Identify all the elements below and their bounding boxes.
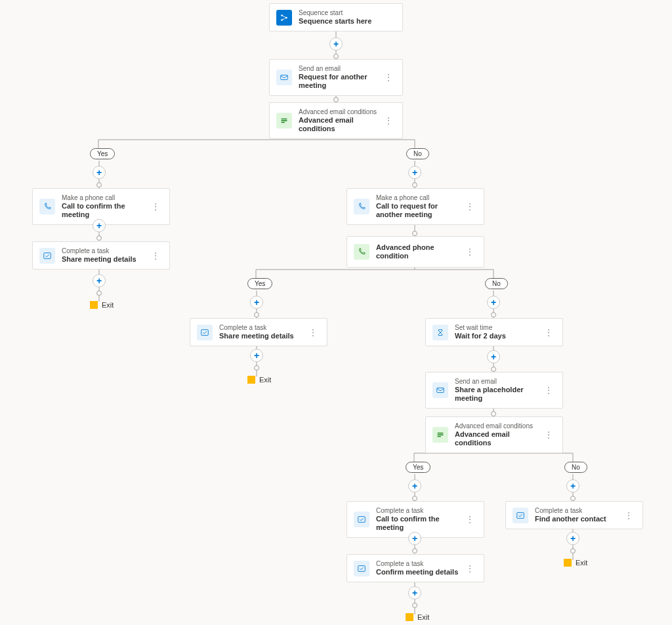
more-button[interactable]: ⋮ <box>621 510 636 521</box>
node-task-confirm-details[interactable]: Complete a taskConfirm meeting details ⋮ <box>346 554 484 582</box>
node-phone-condition[interactable]: Advanced phone condition ⋮ <box>346 236 484 268</box>
condition-icon <box>276 113 292 129</box>
branch-no[interactable]: No <box>406 148 429 159</box>
node-email-placeholder[interactable]: Send an emailShare a placeholder meeting… <box>425 372 563 409</box>
node-title: Wait for 2 days <box>455 332 541 340</box>
condition-icon <box>432 427 448 443</box>
exit-marker: Exit <box>406 613 429 621</box>
add-step-button[interactable]: + <box>329 37 343 50</box>
more-button[interactable]: ⋮ <box>381 72 396 83</box>
node-task-share-2[interactable]: Complete a taskShare meeting details ⋮ <box>190 318 327 346</box>
node-title: Sequence starts here <box>299 17 396 26</box>
node-subtitle: Send an email <box>455 378 541 386</box>
exit-flag-icon <box>90 301 98 309</box>
node-subtitle: Complete a task <box>62 247 148 255</box>
connector-dot <box>412 603 417 608</box>
exit-label: Exit <box>576 559 587 567</box>
more-button[interactable]: ⋮ <box>148 251 163 261</box>
connector-dot <box>491 312 496 317</box>
more-button[interactable]: ⋮ <box>541 430 556 440</box>
node-email-conditions-2[interactable]: Advanced email conditionsAdvanced email … <box>425 416 563 453</box>
exit-marker: Exit <box>90 301 114 309</box>
add-step-button[interactable]: + <box>250 349 263 362</box>
node-task-find-contact[interactable]: Complete a taskFind another contact ⋮ <box>505 501 643 529</box>
flow-canvas: Sequence startSequence starts here + Sen… <box>0 0 672 625</box>
more-button[interactable]: ⋮ <box>541 385 556 395</box>
branch-yes[interactable]: Yes <box>406 462 430 473</box>
connector-dot <box>491 367 496 372</box>
branch-yes[interactable]: Yes <box>90 148 115 159</box>
more-button[interactable]: ⋮ <box>463 247 477 257</box>
more-button[interactable]: ⋮ <box>381 115 396 126</box>
svg-rect-24 <box>358 517 366 523</box>
add-step-button[interactable]: + <box>408 586 421 599</box>
more-button[interactable]: ⋮ <box>463 514 477 525</box>
add-step-button[interactable]: + <box>566 532 579 545</box>
add-step-button[interactable]: + <box>93 219 106 232</box>
node-subtitle: Make a phone call <box>62 194 148 202</box>
email-icon <box>276 70 292 85</box>
exit-label: Exit <box>102 301 114 309</box>
exit-label: Exit <box>259 376 271 384</box>
add-step-button[interactable]: + <box>566 479 579 493</box>
connector-dot <box>333 97 339 102</box>
task-icon <box>354 512 369 527</box>
branch-no[interactable]: No <box>485 278 508 289</box>
more-button[interactable]: ⋮ <box>463 201 477 212</box>
more-button[interactable]: ⋮ <box>148 201 163 212</box>
branch-no[interactable]: No <box>564 462 587 473</box>
exit-flag-icon <box>406 613 413 621</box>
node-title: Share a placeholder meeting <box>455 386 541 403</box>
connector-dot <box>96 182 102 188</box>
node-subtitle: Complete a task <box>376 560 463 568</box>
connector-dot <box>254 365 259 371</box>
connector-dot <box>96 235 102 241</box>
connector-dot <box>570 496 576 501</box>
add-step-button[interactable]: + <box>93 166 106 179</box>
node-sequence-start[interactable]: Sequence startSequence starts here <box>269 3 403 31</box>
node-phone-request[interactable]: Make a phone callCall to request for ano… <box>346 188 484 225</box>
svg-rect-21 <box>44 252 51 258</box>
connector-dot <box>491 411 496 416</box>
node-title: Call to confirm the meeting <box>62 202 148 219</box>
more-button[interactable]: ⋮ <box>541 327 556 338</box>
task-icon <box>354 561 369 576</box>
condition-phone-icon <box>354 244 369 260</box>
svg-rect-20 <box>281 75 288 80</box>
connector-dot <box>333 54 339 59</box>
node-title: Request for another meeting <box>299 73 381 90</box>
node-wait[interactable]: Set wait timeWait for 2 days ⋮ <box>425 318 563 346</box>
node-subtitle: Set wait time <box>455 324 541 332</box>
add-step-button[interactable]: + <box>487 350 500 363</box>
add-step-button[interactable]: + <box>408 479 421 493</box>
exit-label: Exit <box>417 613 429 621</box>
svg-rect-22 <box>201 329 209 335</box>
add-step-button[interactable]: + <box>408 166 421 179</box>
svg-rect-25 <box>517 512 524 518</box>
more-button[interactable]: ⋮ <box>306 327 320 338</box>
more-button[interactable]: ⋮ <box>463 563 477 574</box>
node-subtitle: Complete a task <box>535 507 621 515</box>
add-step-button[interactable]: + <box>487 296 500 309</box>
connector-dot <box>412 496 417 501</box>
svg-rect-26 <box>358 565 366 571</box>
node-subtitle: Complete a task <box>376 507 463 515</box>
node-title: Advanced email conditions <box>299 116 381 133</box>
node-send-email-request[interactable]: Send an emailRequest for another meeting… <box>269 59 403 96</box>
node-title: Call to request for another meeting <box>376 202 463 219</box>
add-step-button[interactable]: + <box>93 274 106 287</box>
node-email-conditions-1[interactable]: Advanced email conditionsAdvanced email … <box>269 102 403 139</box>
add-step-button[interactable]: + <box>250 296 263 309</box>
task-icon <box>39 248 55 264</box>
node-subtitle: Make a phone call <box>376 194 463 202</box>
connector-dot <box>412 231 417 236</box>
node-task-share-1[interactable]: Complete a taskShare meeting details ⋮ <box>32 241 170 270</box>
node-title: Share meeting details <box>219 332 306 340</box>
email-icon <box>432 382 448 398</box>
add-step-button[interactable]: + <box>408 532 421 545</box>
node-title: Confirm meeting details <box>376 568 463 576</box>
start-icon <box>276 10 292 26</box>
node-title: Call to confirm the meeting <box>376 515 463 532</box>
branch-yes[interactable]: Yes <box>247 278 272 289</box>
exit-flag-icon <box>247 376 255 384</box>
